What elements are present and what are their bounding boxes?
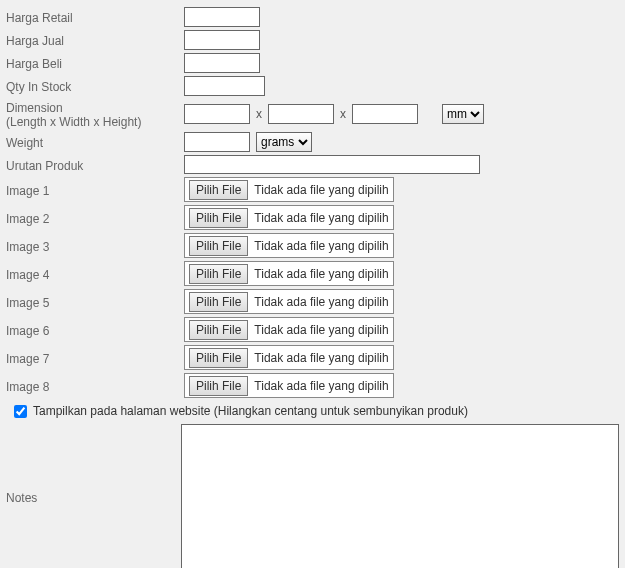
row-image6: Image 6 Pilih File Tidak ada file yang d… [6,317,619,342]
file-text-6: Tidak ada file yang dipilih [254,323,388,337]
file-wrap-3: Pilih File Tidak ada file yang dipilih [184,233,394,258]
file-wrap-2: Pilih File Tidak ada file yang dipilih [184,205,394,230]
file-button-8[interactable]: Pilih File [189,376,248,396]
label-notes: Notes [6,489,181,505]
label-image5: Image 5 [6,294,184,310]
label-image8: Image 8 [6,378,184,394]
file-text-4: Tidak ada file yang dipilih [254,267,388,281]
label-image4: Image 4 [6,266,184,282]
harga-retail-input[interactable] [184,7,260,27]
row-qty: Qty In Stock [6,76,619,96]
height-input[interactable] [352,104,418,124]
product-form: Harga Retail Harga Jual Harga Beli Qty I… [0,0,625,568]
label-urutan: Urutan Produk [6,157,184,173]
label-harga-retail: Harga Retail [6,9,184,25]
label-weight: Weight [6,134,184,150]
row-notes: Notes [6,424,619,568]
label-image3: Image 3 [6,238,184,254]
harga-beli-input[interactable] [184,53,260,73]
file-wrap-5: Pilih File Tidak ada file yang dipilih [184,289,394,314]
file-button-4[interactable]: Pilih File [189,264,248,284]
x1: x [256,107,262,121]
file-wrap-4: Pilih File Tidak ada file yang dipilih [184,261,394,286]
row-weight: Weight grams [6,132,619,152]
length-input[interactable] [184,104,250,124]
row-tampilkan: Tampilkan pada halaman website (Hilangka… [6,404,619,418]
harga-jual-input[interactable] [184,30,260,50]
row-image4: Image 4 Pilih File Tidak ada file yang d… [6,261,619,286]
file-text-1: Tidak ada file yang dipilih [254,183,388,197]
row-harga-beli: Harga Beli [6,53,619,73]
row-image1: Image 1 Pilih File Tidak ada file yang d… [6,177,619,202]
tampilkan-checkbox[interactable] [14,405,27,418]
label-image2: Image 2 [6,210,184,226]
row-image7: Image 7 Pilih File Tidak ada file yang d… [6,345,619,370]
label-dimension-line2: (Length x Width x Height) [6,115,141,129]
file-button-2[interactable]: Pilih File [189,208,248,228]
label-tampilkan: Tampilkan pada halaman website (Hilangka… [33,404,468,418]
label-dimension-line1: Dimension [6,101,63,115]
notes-textarea[interactable] [181,424,619,568]
file-wrap-1: Pilih File Tidak ada file yang dipilih [184,177,394,202]
row-dimension: Dimension (Length x Width x Height) x x … [6,99,619,129]
file-wrap-7: Pilih File Tidak ada file yang dipilih [184,345,394,370]
width-input[interactable] [268,104,334,124]
label-harga-beli: Harga Beli [6,55,184,71]
file-button-6[interactable]: Pilih File [189,320,248,340]
qty-input[interactable] [184,76,265,96]
file-text-5: Tidak ada file yang dipilih [254,295,388,309]
file-button-3[interactable]: Pilih File [189,236,248,256]
label-image7: Image 7 [6,350,184,366]
row-harga-retail: Harga Retail [6,7,619,27]
weight-input[interactable] [184,132,250,152]
label-harga-jual: Harga Jual [6,32,184,48]
row-image8: Image 8 Pilih File Tidak ada file yang d… [6,373,619,398]
file-button-5[interactable]: Pilih File [189,292,248,312]
length-unit-select[interactable]: mm [442,104,484,124]
weight-unit-select[interactable]: grams [256,132,312,152]
file-text-2: Tidak ada file yang dipilih [254,211,388,225]
file-text-8: Tidak ada file yang dipilih [254,379,388,393]
file-button-1[interactable]: Pilih File [189,180,248,200]
label-dimension: Dimension (Length x Width x Height) [6,99,184,129]
file-wrap-8: Pilih File Tidak ada file yang dipilih [184,373,394,398]
row-harga-jual: Harga Jual [6,30,619,50]
row-urutan: Urutan Produk [6,155,619,174]
file-wrap-6: Pilih File Tidak ada file yang dipilih [184,317,394,342]
label-qty: Qty In Stock [6,78,184,94]
x2: x [340,107,346,121]
file-text-3: Tidak ada file yang dipilih [254,239,388,253]
file-text-7: Tidak ada file yang dipilih [254,351,388,365]
file-button-7[interactable]: Pilih File [189,348,248,368]
label-image1: Image 1 [6,182,184,198]
label-image6: Image 6 [6,322,184,338]
row-image5: Image 5 Pilih File Tidak ada file yang d… [6,289,619,314]
urutan-input[interactable] [184,155,480,174]
row-image2: Image 2 Pilih File Tidak ada file yang d… [6,205,619,230]
row-image3: Image 3 Pilih File Tidak ada file yang d… [6,233,619,258]
